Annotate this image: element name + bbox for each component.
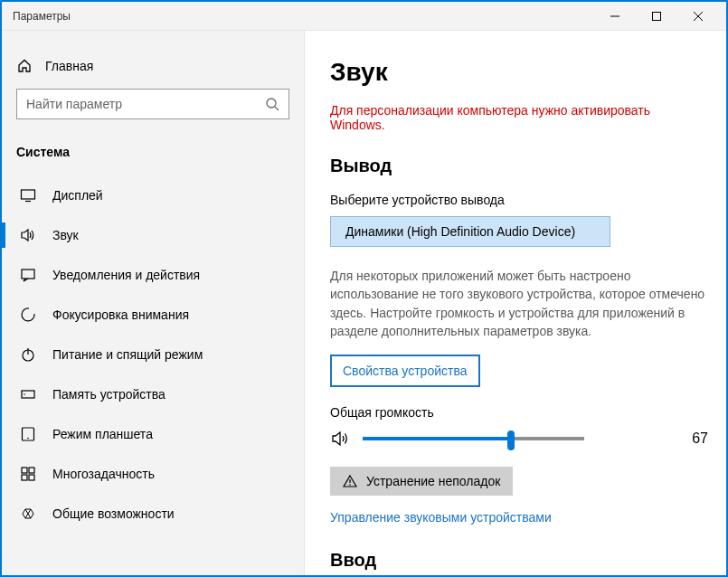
output-heading: Вывод — [330, 156, 708, 176]
output-device-value: Динамики (High Definition Audio Device) — [345, 224, 575, 239]
svg-rect-15 — [22, 468, 27, 473]
sidebar-item-storage[interactable]: Память устройства — [2, 374, 304, 414]
sidebar-item-label: Дисплей — [52, 188, 103, 203]
sidebar-item-sound[interactable]: Звук — [2, 215, 304, 255]
sidebar-item-power[interactable]: Питание и спящий режим — [2, 335, 304, 374]
sidebar-item-label: Многозадачность — [52, 467, 155, 481]
sidebar-nav: Дисплей Звук Уведомления и действия Фоку… — [2, 168, 304, 534]
sidebar-item-label: Режим планшета — [52, 427, 153, 441]
notifications-icon — [20, 267, 36, 283]
multitasking-icon — [20, 466, 36, 482]
svg-rect-1 — [653, 12, 661, 20]
sidebar-item-notifications[interactable]: Уведомления и действия — [2, 255, 304, 295]
device-properties-link[interactable]: Свойства устройства — [330, 355, 480, 387]
sidebar-item-focus[interactable]: Фокусировка внимания — [2, 295, 304, 335]
sidebar-item-tablet[interactable]: Режим планшета — [2, 414, 304, 454]
home-label: Главная — [45, 59, 93, 73]
home-icon — [16, 58, 33, 74]
main-content: Звук Для персонализации компьютера нужно… — [305, 31, 726, 575]
page-title: Звук — [330, 58, 708, 87]
svg-rect-11 — [22, 391, 34, 398]
sidebar-item-label: Звук — [52, 228, 79, 242]
activation-warning: Для персонализации компьютера нужно акти… — [330, 103, 708, 132]
output-device-select[interactable]: Динамики (High Definition Audio Device) — [330, 216, 610, 247]
search-field[interactable] — [26, 97, 265, 111]
focus-icon — [20, 307, 36, 323]
home-button[interactable]: Главная — [2, 58, 304, 89]
power-icon — [20, 346, 36, 363]
output-help-text: Для некоторых приложений может быть наст… — [330, 267, 708, 340]
troubleshoot-label: Устранение неполадок — [366, 474, 500, 488]
svg-point-4 — [267, 99, 276, 108]
manage-devices-link[interactable]: Управление звуковыми устройствами — [330, 510, 708, 525]
troubleshoot-button[interactable]: Устранение неполадок — [330, 467, 513, 496]
volume-icon — [330, 429, 352, 449]
output-device-label: Выберите устройство вывода — [330, 193, 708, 207]
maximize-button[interactable] — [636, 2, 677, 31]
sidebar-section-header: Система — [2, 136, 304, 168]
warning-icon — [343, 474, 357, 488]
sidebar-item-label: Общие возможности — [52, 506, 175, 521]
minimize-button[interactable] — [594, 2, 636, 31]
sound-icon — [20, 227, 36, 243]
shared-icon — [20, 506, 36, 522]
svg-point-20 — [349, 484, 351, 486]
volume-value: 67 — [667, 430, 708, 447]
svg-line-5 — [275, 107, 279, 110]
sidebar-item-shared[interactable]: Общие возможности — [2, 494, 304, 534]
sidebar-item-multitasking[interactable]: Многозадачность — [2, 454, 304, 494]
master-volume-label: Общая громкость — [330, 405, 708, 420]
search-input[interactable] — [16, 89, 289, 119]
window-title: Параметры — [9, 10, 71, 23]
search-icon — [265, 97, 279, 111]
svg-point-14 — [27, 438, 29, 440]
display-icon — [20, 187, 36, 203]
svg-point-12 — [24, 393, 25, 395]
svg-rect-8 — [22, 270, 34, 279]
svg-rect-6 — [22, 190, 35, 199]
svg-rect-17 — [22, 475, 27, 480]
sidebar-item-label: Питание и спящий режим — [52, 347, 203, 362]
sidebar-item-label: Память устройства — [52, 387, 165, 402]
tablet-icon — [20, 426, 36, 442]
sidebar-item-label: Уведомления и действия — [52, 268, 200, 282]
input-heading: Ввод — [330, 550, 708, 571]
svg-rect-16 — [29, 468, 34, 473]
volume-slider[interactable] — [363, 437, 584, 440]
storage-icon — [20, 386, 36, 402]
sidebar-item-display[interactable]: Дисплей — [2, 175, 304, 215]
sidebar-item-label: Фокусировка внимания — [52, 307, 189, 322]
svg-rect-18 — [29, 475, 34, 480]
close-button[interactable] — [677, 2, 719, 31]
sidebar: Главная Система Дисплей Звук Уведом — [2, 31, 305, 575]
titlebar: Параметры — [2, 2, 726, 31]
